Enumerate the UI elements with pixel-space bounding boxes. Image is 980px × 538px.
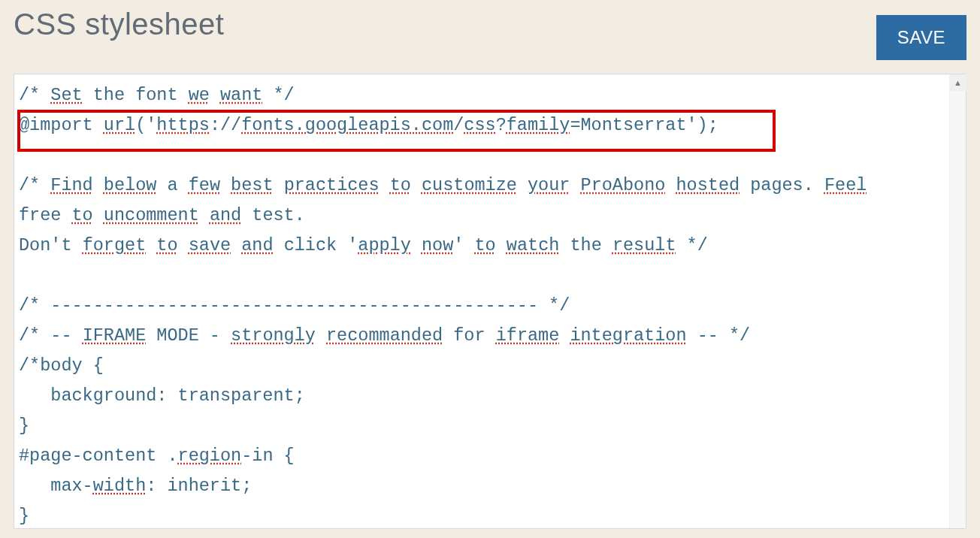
- panel-header: CSS stylesheet SAVE: [14, 8, 966, 60]
- chevron-up-icon: ▲: [954, 78, 962, 87]
- save-button[interactable]: SAVE: [876, 15, 966, 60]
- scroll-up-button[interactable]: ▲: [950, 74, 966, 91]
- css-code-editor[interactable]: /* Set the font we want */ @import url('…: [14, 74, 949, 528]
- code-text: /* Set the font we want */ @import url('…: [19, 85, 867, 526]
- vertical-scrollbar[interactable]: ▲: [949, 74, 966, 528]
- page-title: CSS stylesheet: [14, 8, 224, 41]
- editor-container: /* Set the font we want */ @import url('…: [14, 74, 966, 529]
- scrollbar-thumb[interactable]: [950, 91, 966, 528]
